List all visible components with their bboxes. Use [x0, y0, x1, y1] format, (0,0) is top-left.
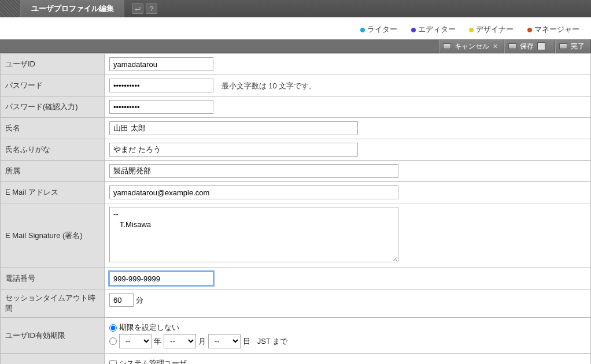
cancel-label: キャンセル	[455, 42, 489, 51]
label-expiry: ユーザID有効期限	[1, 318, 105, 354]
page-title: ユーザプロファイル編集	[21, 0, 125, 17]
role-editor: エディター	[411, 25, 456, 34]
save-button[interactable]: 保存	[504, 39, 555, 53]
close-icon: ✕	[493, 43, 498, 50]
label-user-id: ユーザID	[1, 54, 105, 75]
role-legend: ライター エディター デザイナー マネージャー	[0, 17, 591, 39]
dot-icon	[469, 28, 474, 32]
label-phone: 電話番号	[1, 268, 105, 289]
label-attributes: ユーザ属性	[1, 354, 105, 365]
tz-suffix: JST まで	[257, 336, 288, 347]
password-input[interactable]	[109, 79, 213, 92]
expiry-none-radio[interactable]	[109, 324, 117, 332]
name-input[interactable]	[109, 121, 358, 135]
label-department: 所属	[1, 161, 105, 182]
label-signature: E Mail Signature (署名)	[1, 203, 105, 268]
password-confirm-input[interactable]	[109, 100, 213, 114]
cancel-button[interactable]: キャンセル ✕	[439, 39, 504, 53]
app-header: ユーザプロファイル編集 ⮐ ?	[0, 0, 591, 17]
done-label: 完了	[571, 42, 585, 51]
timeout-input[interactable]	[109, 293, 134, 307]
label-password-confirm: パスワード(確認入力)	[1, 96, 105, 118]
expiry-day-select[interactable]: --	[208, 334, 241, 348]
button-glyph-icon	[443, 43, 451, 49]
profile-form: ユーザID パスワード 最小文字数は 10 文字です。 パスワード(確認入力) …	[0, 53, 591, 364]
done-button[interactable]: 完了	[555, 39, 591, 53]
timeout-unit: 分	[136, 296, 143, 304]
label-name: 氏名	[1, 118, 105, 139]
back-icon[interactable]: ⮐	[132, 3, 143, 14]
department-input[interactable]	[109, 164, 398, 178]
email-input[interactable]	[109, 185, 398, 199]
help-icon[interactable]: ?	[146, 3, 157, 14]
month-suffix: 月	[198, 336, 206, 347]
action-toolbar: キャンセル ✕ 保存 完了	[0, 39, 591, 53]
phone-input[interactable]	[109, 272, 213, 285]
label-name-kana: 氏名ふりがな	[1, 139, 105, 161]
admin-label: システム管理ユーザ	[119, 358, 187, 364]
expiry-date-radio[interactable]	[109, 337, 117, 345]
dot-icon	[360, 28, 365, 32]
label-email: E Mail アドレス	[1, 182, 105, 203]
year-suffix: 年	[154, 336, 161, 347]
day-suffix: 日	[243, 336, 250, 347]
password-hint: 最小文字数は 10 文字です。	[221, 81, 317, 90]
save-label: 保存	[520, 42, 534, 51]
label-password: パスワード	[1, 75, 105, 96]
dot-icon	[411, 28, 416, 32]
signature-textarea[interactable]	[109, 207, 398, 262]
role-designer: デザイナー	[469, 25, 514, 34]
role-manager: マネージャー	[527, 25, 579, 34]
user-id-input[interactable]	[109, 57, 213, 71]
disk-icon	[537, 42, 545, 50]
button-glyph-icon	[559, 43, 567, 49]
dot-icon	[527, 28, 532, 32]
expiry-month-select[interactable]: --	[164, 334, 196, 348]
expiry-none-label: 期限を設定しない	[119, 322, 179, 333]
button-glyph-icon	[508, 43, 516, 49]
app-logo	[0, 0, 21, 17]
label-timeout: セッションタイムアウト時間	[1, 289, 105, 318]
admin-checkbox[interactable]	[109, 360, 117, 365]
name-kana-input[interactable]	[109, 143, 358, 157]
expiry-year-select[interactable]: --	[119, 334, 152, 348]
role-writer: ライター	[360, 25, 397, 34]
